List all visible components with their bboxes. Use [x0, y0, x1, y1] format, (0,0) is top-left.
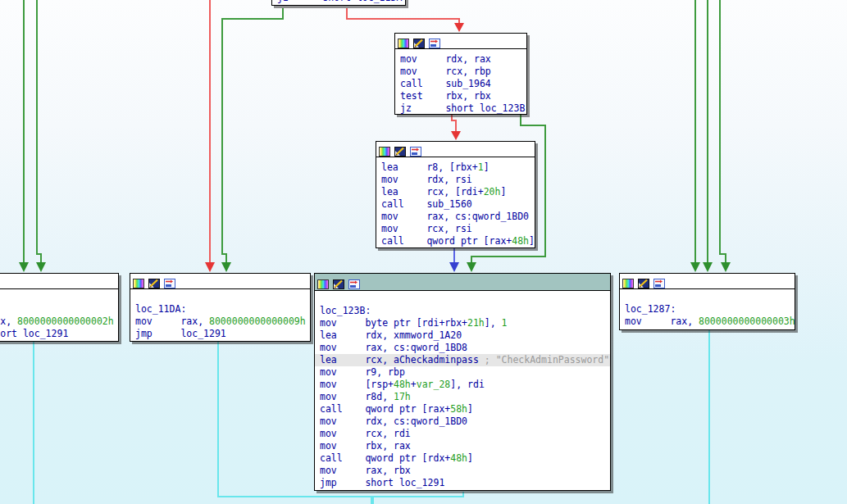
- node-titlebar: [620, 274, 795, 289]
- edge-jz-false-to-sub1964-block: [347, 8, 459, 23]
- asm-line[interactable]: loc_1287:: [620, 303, 795, 316]
- asm-line[interactable]: jmp short loc_1291: [315, 477, 610, 489]
- basic-block-left-partial[interactable]: mov rax, 8000000000000002hjmp short loc_…: [0, 273, 119, 342]
- node-body: jz short loc_11DA: [272, 0, 405, 4]
- asm-line[interactable]: mov rax, 8000000000000009h: [130, 316, 310, 328]
- node-body: lea r8, [rbx+1]mov rdx, rsilea rcx, [rdi…: [376, 157, 535, 247]
- asm-line[interactable]: test rbx, rbx: [395, 90, 526, 102]
- basic-block-sub-1560[interactable]: lea r8, [rbx+1]mov rdx, rsilea rcx, [rdi…: [376, 141, 535, 248]
- basic-block-loc-11da[interactable]: loc_11DA:mov rax, 8000000000000009hjmp l…: [130, 273, 311, 342]
- asm-line[interactable]: call qword ptr [rax+58h]: [315, 403, 610, 415]
- asm-line[interactable]: mov rax, rbx: [315, 465, 610, 477]
- asm-line[interactable]: mov r8d, 17h: [315, 391, 610, 403]
- edit-node-icon[interactable]: [333, 277, 344, 287]
- basic-block-loc-1287[interactable]: loc_1287:mov rax, 8000000000000003h: [619, 273, 795, 330]
- asm-line[interactable]: mov rax, cs:qword_1BD8: [315, 342, 610, 354]
- asm-line[interactable]: lea rcx, aCheckadminpass ; "CheckAdminPa…: [315, 354, 610, 366]
- asm-line[interactable]: call qword ptr [rdx+48h]: [315, 452, 610, 465]
- node-color-icon[interactable]: [622, 276, 634, 286]
- group-node-icon[interactable]: [653, 276, 665, 286]
- node-body: loc_123B:mov byte ptr [rdi+rbx+21h], 1le…: [315, 291, 610, 489]
- basic-block-jz-partial[interactable]: jz short loc_11DA: [271, 0, 406, 6]
- edge-true-into-left-block-2: [37, 0, 41, 262]
- node-color-icon[interactable]: [317, 277, 329, 287]
- node-color-icon[interactable]: [379, 144, 390, 154]
- node-color-icon[interactable]: [133, 276, 144, 286]
- asm-line[interactable]: jz short loc_11DA: [272, 0, 405, 4]
- asm-line[interactable]: mov [rsp+48h+var_28], rdi: [315, 379, 610, 391]
- asm-line[interactable]: [0, 303, 118, 316]
- group-node-icon[interactable]: [164, 276, 175, 286]
- asm-line[interactable]: mov rbx, rax: [315, 440, 610, 452]
- edit-node-icon[interactable]: [148, 276, 160, 286]
- node-body: mov rax, 8000000000000002hjmp short loc_…: [0, 289, 118, 340]
- basic-block-sub-1964[interactable]: mov rdx, raxmov rcx, rbpcall sub_1964tes…: [394, 33, 527, 115]
- asm-line[interactable]: mov rdx, cs:qword_1BD0: [315, 415, 610, 428]
- node-titlebar: [315, 274, 610, 291]
- group-node-icon[interactable]: [348, 277, 360, 287]
- group-node-icon[interactable]: [429, 36, 440, 46]
- asm-line[interactable]: mov rcx, rbp: [395, 66, 526, 78]
- asm-line[interactable]: call qword ptr [rax+48h]: [376, 235, 535, 247]
- asm-line[interactable]: call sub_1964: [395, 78, 526, 90]
- edge-true-into-loc-1287-3: [720, 0, 726, 262]
- asm-line[interactable]: mov rax, 8000000000000003h: [620, 316, 795, 328]
- asm-line[interactable]: mov r9, rbp: [315, 366, 610, 379]
- asm-line[interactable]: jz short loc_123B: [395, 102, 526, 115]
- edge-jz-false-to-sub1560-block: [452, 114, 456, 131]
- asm-line[interactable]: mov byte ptr [rdi+rbx+21h], 1: [315, 317, 610, 329]
- asm-line[interactable]: jmp loc_1291: [130, 328, 310, 340]
- node-titlebar: [130, 274, 310, 289]
- basic-block-loc-123b[interactable]: loc_123B:mov byte ptr [rdi+rbx+21h], 1le…: [314, 273, 611, 491]
- node-titlebar: [0, 274, 118, 289]
- edit-node-icon[interactable]: [413, 36, 425, 46]
- asm-line[interactable]: mov rax, cs:qword_1BD0: [376, 211, 535, 223]
- asm-line[interactable]: call sub_1560: [376, 198, 535, 211]
- asm-line[interactable]: mov rcx, rdi: [315, 428, 610, 440]
- edit-node-icon[interactable]: [394, 144, 406, 154]
- node-body: mov rdx, raxmov rcx, rbpcall sub_1964tes…: [395, 49, 526, 115]
- group-node-icon[interactable]: [410, 144, 421, 154]
- edge-true-group: [24, 0, 726, 262]
- asm-line[interactable]: lea r8, [rbx+1]: [376, 161, 535, 174]
- graph-canvas[interactable]: jz short loc_11DA mov rdx, raxmov rcx, r…: [0, 0, 847, 504]
- node-body: loc_11DA:mov rax, 8000000000000009hjmp l…: [130, 289, 310, 340]
- asm-line[interactable]: mov rdx, rax: [395, 53, 526, 66]
- node-titlebar: [376, 142, 535, 157]
- asm-line[interactable]: jmp short loc_1291: [0, 328, 118, 340]
- edge-true-arrowheads: [19, 262, 731, 272]
- edge-jz-true-to-loc-11da: [222, 8, 283, 262]
- edit-node-icon[interactable]: [638, 276, 649, 286]
- node-body: loc_1287:mov rax, 8000000000000003h: [620, 289, 795, 328]
- asm-line[interactable]: loc_11DA:: [130, 303, 310, 316]
- node-color-icon[interactable]: [398, 36, 409, 46]
- asm-line[interactable]: mov rcx, rsi: [376, 223, 535, 235]
- asm-line[interactable]: loc_123B:: [315, 305, 610, 317]
- asm-line[interactable]: mov rax, 8000000000000002h: [0, 316, 118, 328]
- node-titlebar: [395, 34, 526, 49]
- asm-line[interactable]: lea rcx, [rdi+20h]: [376, 186, 535, 198]
- edge-loc-123b-to-loc-1291: [373, 492, 463, 504]
- asm-line[interactable]: lea rdx, xmmword_1A20: [315, 329, 610, 342]
- asm-line[interactable]: mov rdx, rsi: [376, 174, 535, 186]
- edge-normal-arrowheads: [449, 262, 459, 272]
